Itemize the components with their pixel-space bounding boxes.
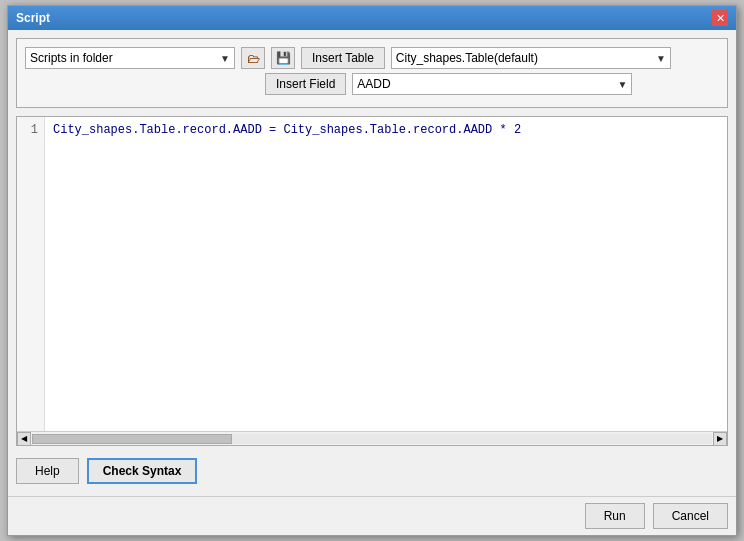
code-area: 1 City_shapes.Table.record.AADD = City_s… [17, 117, 727, 431]
footer: Run Cancel [8, 496, 736, 535]
cancel-button[interactable]: Cancel [653, 503, 728, 529]
close-button[interactable]: ✕ [712, 10, 728, 26]
scrollbar-thumb[interactable] [32, 434, 232, 444]
scripts-dropdown-arrow: ▼ [220, 53, 230, 64]
scroll-left-button[interactable]: ◀ [17, 432, 31, 446]
table-dropdown-arrow: ▼ [656, 53, 666, 64]
table-dropdown[interactable]: City_shapes.Table(default) ▼ [391, 47, 671, 69]
run-button[interactable]: Run [585, 503, 645, 529]
code-editor: 1 City_shapes.Table.record.AADD = City_s… [16, 116, 728, 446]
script-dialog: Script ✕ Scripts in folder ▼ 🗁 💾 Insert … [7, 5, 737, 536]
table-dropdown-value: City_shapes.Table(default) [396, 51, 538, 65]
save-script-button[interactable]: 💾 [271, 47, 295, 69]
bottom-buttons-row: Help Check Syntax [16, 454, 728, 488]
scripts-dropdown-value: Scripts in folder [30, 51, 113, 65]
code-content[interactable]: City_shapes.Table.record.AADD = City_sha… [45, 117, 727, 431]
insert-table-button[interactable]: Insert Table [301, 47, 385, 69]
title-bar: Script ✕ [8, 6, 736, 30]
scroll-right-button[interactable]: ▶ [713, 432, 727, 446]
field-dropdown[interactable]: AADD ▼ [352, 73, 632, 95]
top-controls-section: Scripts in folder ▼ 🗁 💾 Insert Table Cit… [16, 38, 728, 108]
scripts-dropdown[interactable]: Scripts in folder ▼ [25, 47, 235, 69]
help-button[interactable]: Help [16, 458, 79, 484]
field-dropdown-arrow: ▼ [617, 79, 627, 90]
check-syntax-button[interactable]: Check Syntax [87, 458, 198, 484]
line-numbers: 1 [17, 117, 45, 431]
field-dropdown-value: AADD [357, 77, 390, 91]
row-scripts: Scripts in folder ▼ 🗁 💾 Insert Table Cit… [25, 47, 719, 69]
save-icon: 💾 [276, 51, 291, 65]
dialog-title: Script [16, 11, 50, 25]
line-number-1: 1 [23, 121, 38, 139]
scrollbar-track[interactable] [32, 434, 712, 444]
dialog-body: Scripts in folder ▼ 🗁 💾 Insert Table Cit… [8, 30, 736, 496]
horizontal-scrollbar[interactable]: ◀ ▶ [17, 431, 727, 445]
open-script-button[interactable]: 🗁 [241, 47, 265, 69]
row-field: Insert Field AADD ▼ [265, 73, 719, 95]
insert-field-button[interactable]: Insert Field [265, 73, 346, 95]
open-icon: 🗁 [247, 51, 260, 66]
